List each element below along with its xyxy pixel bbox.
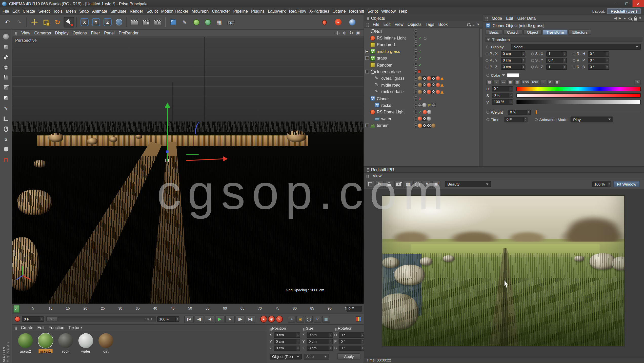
object-row-rs-dome-light[interactable]: RS Dome Light✓ (364, 109, 483, 115)
tab-transform[interactable]: Transform (543, 30, 568, 35)
power-slider-handle[interactable]: 0 F (46, 317, 58, 321)
timeline-tick-15[interactable]: 15 (66, 306, 70, 310)
key-pla-button[interactable]: ▦ (322, 316, 330, 322)
add-spline-icon[interactable]: ✎ (179, 17, 190, 27)
lock-icon[interactable] (634, 16, 637, 20)
expander-icon[interactable]: + (365, 124, 369, 127)
gizmo-origin[interactable] (165, 159, 169, 162)
stepper[interactable] (509, 93, 513, 97)
spline-pen-icon[interactable]: ✎ (1, 104, 11, 113)
key-position-button[interactable]: + (288, 316, 296, 322)
goto-start-button[interactable]: ▮◀ (184, 315, 194, 323)
material-preview-water[interactable] (78, 333, 93, 348)
anim-dot-icon[interactable] (486, 111, 489, 113)
object-row-cloner-surface[interactable]: -cloner surface (364, 68, 483, 75)
rotation-field-p[interactable]: 0 ° (339, 339, 365, 344)
render-view-icon[interactable] (129, 17, 140, 27)
live-selection-icon[interactable] (64, 17, 74, 27)
dots-tag[interactable] (414, 123, 417, 128)
mat-red-tag[interactable] (418, 117, 422, 121)
stepper[interactable] (605, 51, 609, 56)
yarrows-tag[interactable]: ⇄ (427, 103, 431, 108)
timeline-ruler[interactable]: 05101520253035404550556065707580859095 0… (12, 304, 364, 314)
record-keyframe-button[interactable]: ● (260, 316, 267, 323)
position-field-z[interactable]: 0 cm (274, 345, 300, 351)
position-field-y[interactable]: 0 cm (274, 339, 300, 344)
stepper[interactable] (521, 65, 525, 69)
mat-red-tag[interactable] (436, 76, 440, 80)
menu-mograph[interactable]: MoGraph (190, 9, 210, 13)
keyframe-colors-icon[interactable] (356, 316, 361, 322)
dots-tag[interactable] (414, 103, 417, 108)
objects-menu-tags[interactable]: Tags (424, 22, 436, 27)
region-icon[interactable]: ◯ (413, 180, 421, 188)
anim-dot-icon[interactable] (535, 118, 537, 121)
material-preview-dirt[interactable] (98, 333, 113, 348)
timeline-tick-5[interactable]: 5 (32, 306, 34, 310)
materials-menu-texture[interactable]: Texture (66, 326, 84, 330)
add-array-icon[interactable]: ▦ (214, 17, 225, 27)
material-preview-grass2[interactable] (18, 333, 33, 348)
key-scale-button[interactable]: ▣ (296, 316, 304, 322)
stepper[interactable] (521, 51, 525, 56)
anim-dot-icon[interactable] (486, 45, 489, 48)
object-row-grass[interactable]: +grass✓ (364, 55, 483, 62)
simulate-icon[interactable] (202, 17, 213, 27)
checker-tag[interactable] (422, 83, 426, 87)
fit-window-button[interactable]: Fit Window (613, 181, 640, 187)
mat-gray-tag[interactable] (427, 117, 431, 121)
start-stop-icon[interactable] (366, 180, 374, 188)
objects-scrollbar[interactable] (479, 28, 483, 166)
zoom-view-icon[interactable]: ⊕ (343, 30, 347, 36)
color-swatch[interactable] (507, 73, 519, 77)
param-field[interactable]: 0 cm (501, 64, 525, 70)
timeline-tick-90[interactable]: 90 (328, 306, 331, 310)
expander-icon[interactable]: - (365, 70, 369, 74)
object-row-rs-infinite-light[interactable]: RS Infinite Light✓⊙ (364, 35, 483, 42)
add-camera-icon[interactable] (225, 17, 236, 27)
picker-icon[interactable]: ▭ (500, 79, 506, 85)
materials-menu-create[interactable]: Create (19, 326, 35, 330)
dots-tag[interactable] (414, 110, 417, 114)
viewport-menu-panel[interactable]: Panel (102, 31, 117, 35)
stepper[interactable] (296, 339, 300, 344)
render-settings-icon[interactable] (152, 17, 163, 27)
close-button[interactable]: × (633, 0, 644, 7)
panel-grip-icon[interactable] (15, 327, 15, 327)
hsv-gradient-h[interactable] (516, 86, 641, 91)
target-tag[interactable]: ⊙ (423, 36, 427, 40)
menu-mesh[interactable]: Mesh (64, 9, 78, 13)
hand-tool-icon[interactable] (1, 145, 11, 154)
checker-tag[interactable] (427, 123, 431, 127)
object-tree[interactable]: NullRS Infinite Light✓⊙Random.1✓+middle … (364, 28, 483, 166)
param-field[interactable]: 0 ° (588, 51, 609, 56)
dots-tag[interactable] (414, 49, 417, 54)
check-tag[interactable]: ✓ (418, 56, 422, 61)
mat-gray-tag[interactable] (422, 103, 426, 107)
menu-octane[interactable]: Octane (331, 9, 347, 13)
keyframe-options-button[interactable]: ? (276, 316, 283, 323)
timeline-frame-field[interactable]: 0 F (346, 306, 362, 312)
snap-badge-icon[interactable]: S (1, 134, 11, 144)
toggle-views-icon[interactable]: ▣ (356, 30, 360, 36)
rotate-tool-icon[interactable]: ↻ (52, 17, 63, 27)
anim-dot-icon[interactable] (531, 66, 534, 68)
stepper[interactable] (563, 58, 567, 63)
anim-dot-icon[interactable] (573, 59, 575, 62)
menu-help[interactable]: Help (397, 9, 409, 13)
move-tool-icon[interactable] (29, 17, 40, 27)
points-mode-icon[interactable] (1, 73, 11, 83)
anim-dot-icon[interactable] (486, 59, 488, 62)
menu-create[interactable]: Create (21, 9, 37, 13)
grid-icon[interactable]: ▦ (554, 79, 560, 85)
key-rotation-button[interactable]: ◯ (305, 316, 313, 322)
mat-orange-tag[interactable] (418, 123, 422, 127)
checker-tag[interactable] (422, 123, 426, 127)
image-icon[interactable]: ▦ (507, 79, 513, 85)
timeline-tick-35[interactable]: 35 (136, 306, 139, 310)
timeline-tick-20[interactable]: 20 (84, 306, 87, 310)
time-field[interactable]: 0 F (504, 117, 527, 122)
time-stepper[interactable] (523, 117, 527, 122)
anim-dot-icon[interactable] (573, 52, 575, 55)
object-row-midle-road[interactable]: midle road (364, 82, 483, 89)
